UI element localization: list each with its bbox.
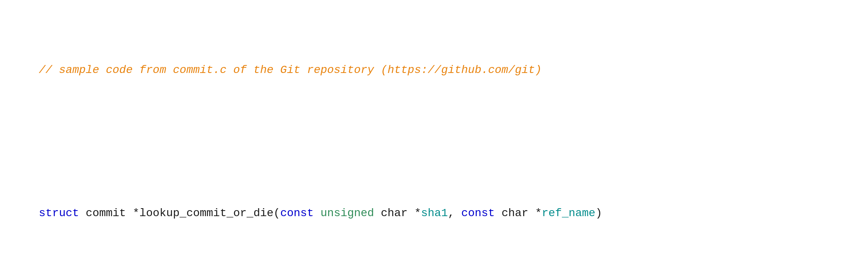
unsigned-keyword: unsigned bbox=[320, 207, 374, 219]
comment-line: // sample code from commit.c of the Git … bbox=[12, 44, 856, 97]
comment-text: // sample code from commit.c of the Git … bbox=[39, 64, 542, 76]
struct-keyword: struct bbox=[39, 207, 86, 219]
comma-1: , bbox=[448, 207, 461, 219]
func-sig-1: commit *lookup_commit_or_die( bbox=[86, 207, 280, 219]
char-ptr-1: char * bbox=[374, 207, 421, 219]
close-paren: ) bbox=[595, 207, 602, 219]
blank-line-1 bbox=[12, 133, 856, 151]
char-ptr-2: char * bbox=[502, 207, 542, 219]
sha1-param: sha1 bbox=[421, 207, 448, 219]
signature-line: struct commit *lookup_commit_or_die(cons… bbox=[12, 187, 856, 240]
const-keyword-2: const bbox=[461, 207, 502, 219]
const-keyword-1: const bbox=[280, 207, 320, 219]
code-block: // sample code from commit.c of the Git … bbox=[12, 8, 856, 264]
refname-param: ref_name bbox=[542, 207, 595, 219]
